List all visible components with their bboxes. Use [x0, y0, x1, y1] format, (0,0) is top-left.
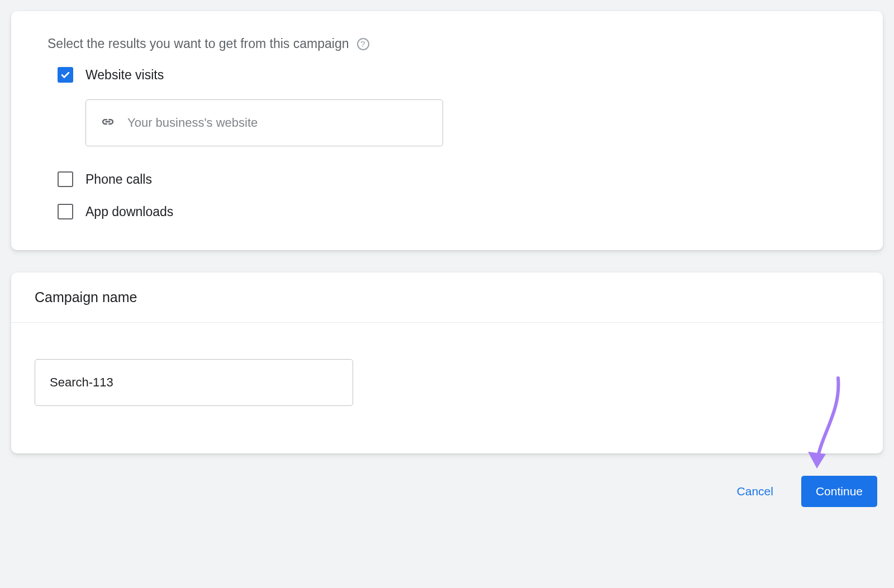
actions-row: Cancel Continue [11, 476, 883, 507]
link-icon [99, 113, 116, 132]
campaign-name-body [11, 323, 883, 453]
option-phone-calls[interactable]: Phone calls [58, 171, 847, 187]
option-label: App downloads [85, 204, 173, 219]
help-icon[interactable]: ? [357, 38, 369, 50]
checkbox-phone-calls[interactable] [58, 171, 73, 187]
checkbox-app-downloads[interactable] [58, 204, 73, 219]
option-app-downloads[interactable]: App downloads [58, 204, 847, 219]
website-input[interactable] [127, 116, 429, 130]
option-label: Website visits [85, 68, 164, 83]
results-options: Website visits [47, 67, 847, 219]
continue-button[interactable]: Continue [801, 476, 877, 507]
results-card: Select the results you want to get from … [11, 11, 883, 250]
campaign-name-title: Campaign name [11, 273, 883, 323]
checkbox-website-visits[interactable] [58, 67, 73, 83]
campaign-name-card: Campaign name [11, 273, 883, 453]
results-instruction: Select the results you want to get from … [47, 36, 847, 51]
check-icon [60, 69, 71, 80]
option-website-visits[interactable]: Website visits [58, 67, 847, 83]
campaign-name-input[interactable] [35, 359, 353, 406]
website-input-wrap [85, 99, 847, 146]
option-label: Phone calls [85, 172, 152, 187]
results-instruction-text: Select the results you want to get from … [47, 36, 349, 51]
website-input-container[interactable] [85, 99, 443, 146]
cancel-button[interactable]: Cancel [726, 477, 784, 506]
results-card-body: Select the results you want to get from … [11, 11, 883, 250]
